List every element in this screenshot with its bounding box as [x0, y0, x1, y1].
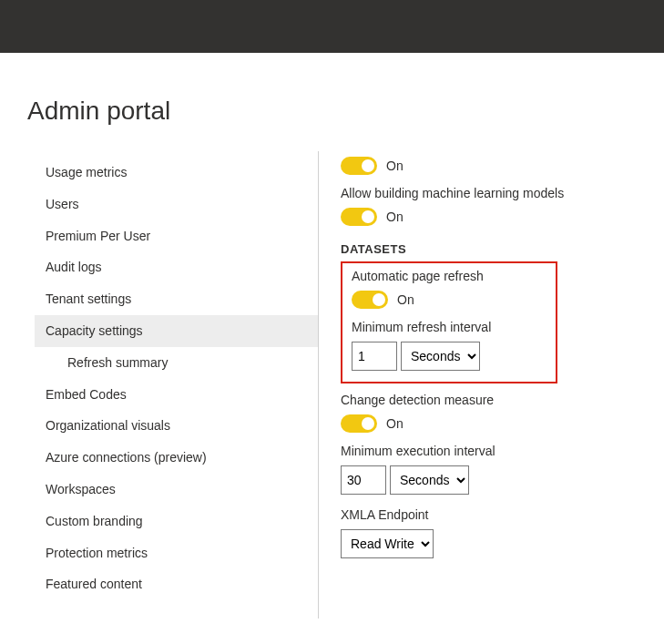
sidebar-item-workspaces[interactable]: Workspaces: [35, 474, 318, 506]
top-bar: [0, 0, 664, 53]
page-title: Admin portal: [27, 97, 664, 126]
toggle-change-detection-state: On: [386, 416, 404, 431]
min-refresh-interval-input[interactable]: [352, 342, 397, 371]
min-exec-interval-label: Minimum execution interval: [341, 444, 664, 458]
datasets-section-head: DATASETS: [341, 242, 664, 256]
min-refresh-interval-label: Minimum refresh interval: [352, 320, 547, 334]
main-panel: On Allow building machine learning model…: [319, 151, 664, 618]
sidebar-item-users[interactable]: Users: [35, 189, 318, 220]
toggle-unlabeled[interactable]: [341, 157, 377, 175]
ml-models-label: Allow building machine learning models: [341, 186, 664, 200]
toggle-auto-page-refresh[interactable]: [352, 291, 388, 309]
sidebar-item-protection-metrics[interactable]: Protection metrics: [35, 537, 318, 569]
xmla-endpoint-select[interactable]: Read Write: [341, 529, 434, 558]
automatic-page-refresh-highlight: Automatic page refresh On Minimum refres…: [341, 261, 557, 383]
toggle-ml-models[interactable]: [341, 208, 377, 226]
auto-page-refresh-label: Automatic page refresh: [352, 269, 547, 283]
change-detection-label: Change detection measure: [341, 393, 664, 407]
sidebar-item-tenant-settings[interactable]: Tenant settings: [35, 283, 318, 315]
sidebar-item-azure-connections[interactable]: Azure connections (preview): [35, 442, 318, 474]
sidebar-item-organizational-visuals[interactable]: Organizational visuals: [35, 410, 318, 442]
min-exec-interval-input[interactable]: [341, 465, 386, 495]
min-exec-interval-unit[interactable]: Seconds: [390, 465, 469, 495]
sidebar-item-premium-per-user[interactable]: Premium Per User: [35, 220, 318, 252]
sidebar-item-capacity-settings[interactable]: Capacity settings: [35, 315, 318, 347]
sidebar-item-usage-metrics[interactable]: Usage metrics: [35, 157, 318, 189]
toggle-unlabeled-state: On: [386, 158, 404, 173]
sidebar-item-audit-logs[interactable]: Audit logs: [35, 251, 318, 283]
sidebar-item-featured-content[interactable]: Featured content: [35, 568, 318, 600]
toggle-ml-models-state: On: [386, 210, 404, 224]
sidebar: Usage metrics Users Premium Per User Aud…: [27, 151, 319, 618]
toggle-auto-page-refresh-state: On: [397, 292, 414, 307]
sidebar-item-refresh-summary[interactable]: Refresh summary: [35, 347, 318, 379]
xmla-endpoint-label: XMLA Endpoint: [341, 507, 664, 522]
toggle-change-detection[interactable]: [341, 414, 377, 433]
min-refresh-interval-unit[interactable]: Seconds: [401, 342, 480, 371]
sidebar-item-embed-codes[interactable]: Embed Codes: [35, 379, 318, 411]
sidebar-item-custom-branding[interactable]: Custom branding: [35, 506, 318, 537]
